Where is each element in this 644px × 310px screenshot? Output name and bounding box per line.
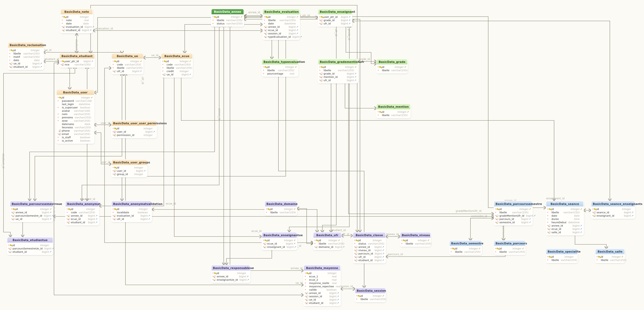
- table-header[interactable]: BasicData_niveau: [400, 232, 430, 238]
- field-row: ×user_ptr_idbigint↗: [319, 15, 351, 19]
- table-basicdata_evaluation[interactable]: BasicData_evaluation×idinteger✎×libellev…: [263, 9, 300, 40]
- table-basicdata_mention[interactable]: BasicData_mention×idinteger✎×libellevarc…: [377, 104, 410, 118]
- table-header[interactable]: BasicData_evaluation: [263, 9, 300, 14]
- not-null-marker: ×: [62, 23, 63, 24]
- field-type: bigint: [240, 278, 247, 281]
- table-header[interactable]: BasicData_note: [61, 9, 92, 14]
- table-header[interactable]: BasicData_session: [355, 288, 386, 293]
- field-spacer: [267, 211, 270, 214]
- field-row: ×grade_idbigint↗: [319, 19, 351, 22]
- table-basicdata_etudiant[interactable]: BasicData_etudiant×user_ptr_idbigint↗×nc…: [60, 53, 94, 67]
- table-header[interactable]: BasicData_responsableue: [212, 265, 250, 270]
- table-basicdata_anonymat[interactable]: BasicData_anonymat×idinteger×codevarchar…: [66, 201, 99, 225]
- table-header[interactable]: BasicData_user_user_permissions: [112, 121, 156, 126]
- table-basicdata_responsableue[interactable]: BasicData_responsableue×idinteger×annee_…: [212, 265, 250, 282]
- field-spacer: [59, 106, 62, 109]
- field-row: ×domaine_idbigint↗: [314, 245, 340, 249]
- table-basicdata_etudiantue[interactable]: BasicData_etudiantue×idinteger×parcoursS…: [7, 237, 53, 254]
- table-field-list: ×idinteger✎×libellevarchar(255): [596, 254, 624, 263]
- not-null-marker: ×: [264, 19, 265, 21]
- table-header[interactable]: BasicData_specialite: [546, 249, 577, 254]
- table-header[interactable]: BasicData_ue: [112, 53, 143, 59]
- field-row: ×idinteger✎: [319, 65, 357, 69]
- table-basicdata_anonymatvalidation[interactable]: BasicData_anonymatvalidation×idinteger×i…: [112, 201, 152, 222]
- table-header[interactable]: BasicData_parcourssemestreue: [10, 201, 53, 207]
- field-row: ×enseignantUe_idbigint↗: [212, 278, 249, 281]
- table-basicdata_reclamation[interactable]: BasicData_reclamation×idinteger×libellev…: [8, 42, 44, 69]
- table-header[interactable]: BasicData_etudiantue: [7, 237, 53, 243]
- field-type: integer: [80, 16, 89, 18]
- field-spacer: [59, 139, 62, 142]
- table-basicdata_grade[interactable]: BasicData_grade×idinteger✎×libellevarcha…: [377, 59, 408, 73]
- table-header[interactable]: BasicData_enseignantue: [262, 232, 297, 238]
- table-header[interactable]: BasicData_reclamation: [8, 42, 44, 48]
- table-header[interactable]: BasicData_anonymatvalidation: [112, 201, 152, 207]
- table-basicdata_specialite[interactable]: BasicData_specialite×idinteger×libelleva…: [546, 249, 577, 263]
- table-header[interactable]: BasicData_salle: [596, 249, 624, 254]
- table-header[interactable]: BasicData_seance_enseignants: [592, 201, 635, 207]
- field-row: ×session_idbigint↗: [304, 295, 339, 298]
- relationship-wires: BasicData_evaluation.annee_idBasicData_n…: [0, 0, 644, 310]
- field-name: date: [552, 214, 557, 217]
- table-field-list: ×user_ptr_idbigint↗×ncevarchar(255): [60, 59, 94, 67]
- not-null-marker: ×: [57, 97, 59, 98]
- table-basicdata_classe[interactable]: BasicData_classe×idinteger×statusvarchar…: [353, 232, 386, 263]
- table-basicdata_moyenne[interactable]: BasicData_moyenne×idinteger×ecue_1real×e…: [304, 265, 340, 306]
- table-header[interactable]: BasicData_user: [57, 90, 94, 95]
- table-header[interactable]: BasicData_annee: [212, 9, 244, 14]
- table-basicdata_domaine[interactable]: BasicData_domaine×idinteger✎×libellevarc…: [265, 201, 297, 215]
- table-basicdata_session[interactable]: BasicData_session×idinteger✎×libellevarc…: [355, 288, 386, 302]
- table-basicdata_salle[interactable]: BasicData_salle×idinteger✎×libellevarcha…: [596, 249, 624, 263]
- fk-arrow-icon: ↗: [294, 246, 296, 248]
- table-header[interactable]: BasicData_etudiant: [60, 53, 94, 59]
- table-basicdata_user_groups[interactable]: BasicData_user_groups×idinteger×user_idb…: [112, 160, 147, 177]
- table-header[interactable]: BasicData_moyenne: [304, 265, 340, 270]
- field-type: bigint: [521, 218, 528, 220]
- foreign-key-icon: [265, 26, 268, 28]
- table-basicdata_ue[interactable]: BasicData_ue×idinteger✎×codevarchar(255)…: [112, 53, 143, 74]
- table-header[interactable]: BasicData_ufr: [314, 232, 341, 238]
- relationship-edge: BasicData_enseignant.ufr_id: [322, 24, 336, 232]
- table-header[interactable]: BasicData_seance: [546, 201, 583, 207]
- table-basicdata_niveau[interactable]: BasicData_niveau×idinteger✎×libellevarch…: [400, 232, 430, 246]
- table-basicdata_typeevaluation[interactable]: BasicData_typeevaluation×idinteger✎×libe…: [262, 59, 298, 76]
- foreign-key-icon: [10, 247, 12, 250]
- table-basicdata_seance_enseignants[interactable]: BasicData_seance_enseignants×idinteger×s…: [592, 201, 635, 218]
- table-header[interactable]: BasicData_parcours: [494, 241, 525, 246]
- table-basicdata_note[interactable]: BasicData_note×idinteger×notereal×dateda…: [61, 9, 92, 33]
- table-basicdata_parcours[interactable]: BasicData_parcours×idinteger✎×libellevar…: [494, 241, 525, 254]
- table-header[interactable]: BasicData_ecue: [161, 53, 192, 59]
- fk-arrow-icon: ↗: [90, 29, 92, 32]
- table-basicdata_ecue[interactable]: BasicData_ecue×idinteger✎×codevarchar(25…: [161, 53, 192, 77]
- field-type: bigint: [341, 19, 348, 22]
- table-header[interactable]: BasicData_classe: [353, 232, 386, 238]
- table-field-list: ×idinteger×user_idbigint↗×permission_idi…: [112, 126, 156, 138]
- table-header[interactable]: BasicData_typeevaluation: [262, 59, 298, 64]
- table-basicdata_annee[interactable]: BasicData_annee×idinteger✎×libellevarcha…: [212, 9, 244, 26]
- table-basicdata_user[interactable]: BasicData_user×idinteger✎×passwordvarcha…: [57, 90, 94, 143]
- table-header[interactable]: BasicData_user_groups: [112, 160, 147, 165]
- table-basicdata_user_user_permissions[interactable]: BasicData_user_user_permissions×idintege…: [112, 121, 156, 138]
- table-header[interactable]: BasicData_parcourssemestre: [494, 201, 532, 207]
- table-basicdata_semestre[interactable]: BasicData_semestre×idinteger✎×libellevar…: [450, 241, 482, 254]
- field-name: etudiant_id: [358, 259, 372, 262]
- table-basicdata_enseignantue[interactable]: BasicData_enseignantue×idinteger✎×ecue_i…: [262, 232, 297, 250]
- field-row: ×enseignant_idbigint↗: [263, 245, 296, 249]
- table-header[interactable]: BasicData_enseignant: [318, 9, 352, 14]
- table-header[interactable]: BasicData_semestre: [450, 241, 482, 246]
- table-header[interactable]: BasicData_domaine: [265, 201, 297, 207]
- er-diagram-canvas[interactable]: BasicData_evaluation.annee_idBasicData_n…: [0, 0, 644, 310]
- table-basicdata_parcourssemestre[interactable]: BasicData_parcourssemestre×idinteger✎×li…: [494, 201, 532, 225]
- table-header[interactable]: BasicData_mention: [377, 104, 410, 109]
- table-basicdata_gradementionufr[interactable]: BasicData_gradementionufr×idinteger✎×lib…: [318, 59, 358, 83]
- table-basicdata_ufr[interactable]: BasicData_ufr×idinteger✎×libellevarchar(…: [314, 232, 341, 250]
- table-header[interactable]: BasicData_gradementionufr: [318, 59, 358, 64]
- table-basicdata_seance[interactable]: BasicData_seance×idinteger✎×libellevarch…: [546, 201, 583, 235]
- key-icon: [496, 247, 499, 250]
- table-header[interactable]: BasicData_grade: [377, 59, 408, 64]
- field-type: bigint: [572, 228, 580, 230]
- table-header[interactable]: BasicData_anonymat: [66, 201, 99, 207]
- table-basicdata_parcourssemestreue[interactable]: BasicData_parcourssemestreue×idinteger✎×…: [10, 201, 53, 222]
- field-name: is_superuser: [62, 106, 78, 109]
- table-basicdata_enseignant[interactable]: BasicData_enseignant×user_ptr_idbigint↗×…: [318, 9, 352, 26]
